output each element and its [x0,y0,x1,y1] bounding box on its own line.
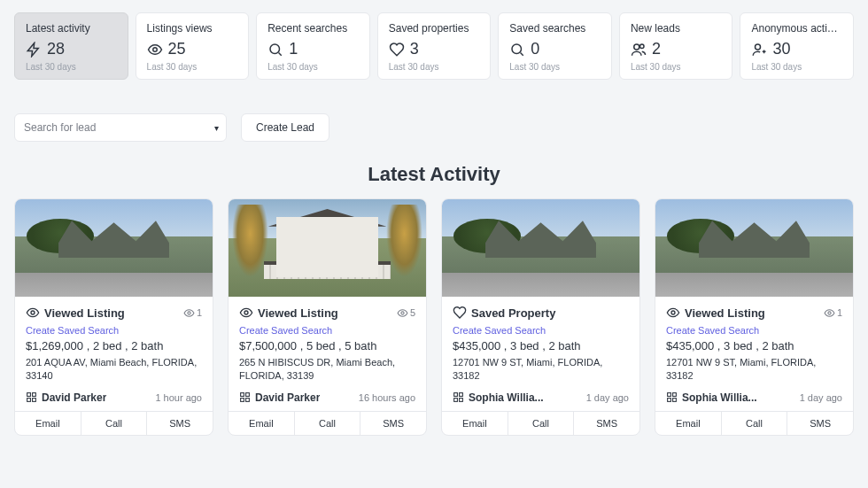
grid-icon [453,391,464,403]
action-label: Saved Property [471,306,555,320]
create-saved-search-link[interactable]: Create Saved Search [26,325,202,336]
lead-name-text: Sophia Willia... [469,391,544,404]
users-icon [631,42,647,58]
stat-title: Recent searches [267,22,359,35]
stat-title: Listings views [147,22,238,35]
stat-number: 0 [531,40,539,58]
controls-row: Search for lead ▾ Create Lead [0,80,868,142]
address: 12701 NW 9 ST, Miami, FLORIDA, 33182 [666,356,842,383]
stat-title: Latest activity [26,22,117,35]
stat-title: New leads [631,22,722,35]
activity-action: Saved Property [453,306,555,320]
stat-sub: Last 30 days [267,62,359,72]
call-button[interactable]: Call [81,412,148,435]
stat-saved-properties[interactable]: Saved properties 3 Last 30 days [377,12,492,80]
eye-icon [26,306,40,320]
sms-button[interactable]: SMS [787,412,853,435]
stat-latest-activity[interactable]: Latest activity 28 Last 30 days [14,12,128,80]
lead-name[interactable]: Sophia Willia... [453,391,544,404]
create-saved-search-link[interactable]: Create Saved Search [453,325,629,336]
svg-rect-20 [454,399,458,402]
eye-icon [239,306,253,320]
activity-card[interactable]: Saved Property Create Saved Search $435,… [441,198,640,436]
listing-thumbnail[interactable] [442,199,639,297]
stat-value: 2 [631,40,722,58]
stat-number: 2 [652,40,661,58]
stat-title: Saved searches [509,22,601,35]
email-button[interactable]: Email [229,412,295,435]
sms-button[interactable]: SMS [574,412,639,435]
activity-action: Viewed Listing [666,306,765,320]
activity-action: Viewed Listing [26,306,125,320]
view-count: 5 [397,307,415,319]
sms-button[interactable]: SMS [360,412,426,435]
stat-anonymous-activity[interactable]: Anonymous activity 30 Last 30 days [740,12,854,80]
stat-saved-searches[interactable]: Saved searches 0 Last 30 days [498,12,612,80]
stat-value: 3 [389,40,480,58]
view-number: 1 [197,307,202,318]
stat-new-leads[interactable]: New leads 2 Last 30 days [619,12,733,80]
stat-number: 28 [47,40,65,58]
svg-rect-14 [241,393,244,397]
svg-rect-19 [460,393,463,397]
price-bed-bath: $1,269,000 , 2 bed , 2 bath [26,339,202,352]
call-button[interactable]: Call [295,412,361,435]
call-button[interactable]: Call [722,412,788,435]
stat-sub: Last 30 days [389,62,480,72]
action-label: Viewed Listing [44,306,125,320]
call-button[interactable]: Call [508,412,575,435]
eye-icon [397,307,408,319]
activity-card[interactable]: Viewed Listing 1 Create Saved Search $43… [655,198,854,436]
svg-rect-15 [246,393,250,397]
create-saved-search-link[interactable]: Create Saved Search [666,325,842,336]
activity-card[interactable]: Viewed Listing 1 Create Saved Search $1,… [14,198,213,436]
svg-rect-9 [33,393,36,397]
price-bed-bath: $435,000 , 3 bed , 2 bath [453,339,629,352]
create-lead-button[interactable]: Create Lead [241,113,329,142]
activity-card[interactable]: Viewed Listing 5 Create Saved Search $7,… [228,198,427,436]
svg-rect-10 [27,399,31,402]
lead-search-input[interactable]: Search for lead ▾ [14,113,227,142]
eye-icon [147,42,163,58]
stat-listings-views[interactable]: Listings views 25 Last 30 days [136,12,250,80]
email-button[interactable]: Email [655,412,722,435]
view-number: 1 [837,307,842,318]
listing-thumbnail[interactable] [655,199,853,297]
svg-rect-27 [673,399,677,402]
svg-point-7 [188,311,190,314]
eye-icon [824,307,835,319]
time-ago: 1 hour ago [155,392,202,403]
svg-rect-21 [460,399,463,402]
view-count: 1 [183,307,202,319]
stat-title: Anonymous activity [751,22,842,35]
stat-sub: Last 30 days [509,62,601,72]
svg-point-3 [634,44,639,50]
email-button[interactable]: Email [442,412,508,435]
listing-thumbnail[interactable] [229,199,426,297]
anon-icon [751,42,767,58]
listing-thumbnail[interactable] [15,199,213,297]
stat-value: 1 [267,40,359,58]
sms-button[interactable]: SMS [147,412,213,435]
svg-point-23 [828,311,831,314]
grid-icon [26,391,37,403]
lead-name[interactable]: David Parker [26,391,106,404]
svg-rect-11 [33,399,36,402]
contact-buttons: Email Call SMS [229,411,426,435]
time-ago: 1 day ago [586,392,629,403]
stat-value: 25 [147,40,238,58]
create-lead-label: Create Lead [256,121,314,134]
grid-icon [239,391,251,403]
stat-sub: Last 30 days [631,62,722,72]
email-button[interactable]: Email [15,412,81,435]
stat-value: 30 [751,40,842,58]
svg-point-4 [639,44,644,49]
lead-name[interactable]: David Parker [239,391,320,404]
stat-recent-searches[interactable]: Recent searches 1 Last 30 days [256,12,370,80]
lead-name[interactable]: Sophia Willia... [666,391,757,404]
create-saved-search-link[interactable]: Create Saved Search [239,325,415,336]
stat-value: 28 [26,40,117,58]
price-bed-bath: $435,000 , 3 bed , 2 bath [666,339,842,352]
chevron-down-icon: ▾ [214,123,219,133]
stat-number: 25 [168,40,186,58]
